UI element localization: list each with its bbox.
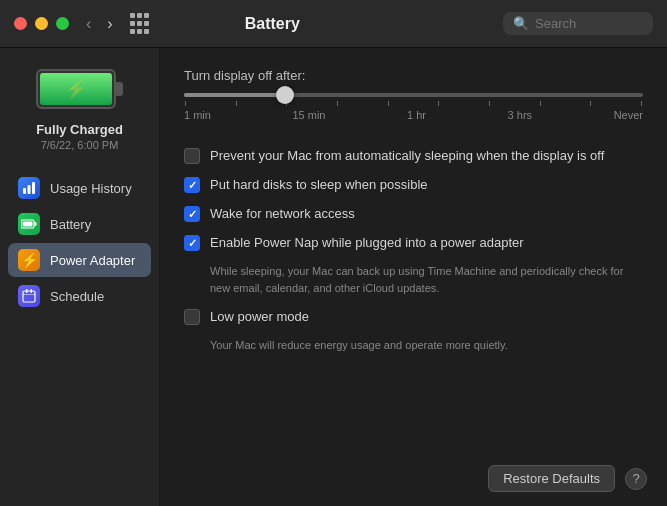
usage-history-icon [18, 177, 40, 199]
help-button[interactable]: ? [625, 468, 647, 490]
tick-7 [489, 101, 490, 106]
back-arrow[interactable]: ‹ [81, 13, 96, 35]
tick-4 [337, 101, 338, 106]
svg-rect-6 [32, 182, 35, 194]
window-title: Battery [162, 15, 383, 33]
tick-1 [185, 101, 186, 106]
battery-nav-label: Battery [50, 217, 91, 232]
setting-low-power: Low power mode Your Mac will reduce ener… [184, 302, 643, 360]
bottom-bar: Restore Defaults ? [488, 465, 647, 492]
setting-disk-sleep: Put hard disks to sleep when possible [184, 170, 643, 199]
forward-arrow[interactable]: › [102, 13, 117, 35]
sidebar: ⚡ Fully Charged 7/6/22, 6:00 PM Usage Hi… [0, 48, 160, 506]
setting-power-nap-description: While sleeping, your Mac can back up usi… [210, 263, 643, 296]
main-content: Turn display off after: [160, 48, 667, 506]
tick-10 [641, 101, 642, 106]
slider-thumb[interactable] [276, 86, 294, 104]
svg-rect-13 [23, 294, 35, 295]
restore-defaults-button[interactable]: Restore Defaults [488, 465, 615, 492]
setting-disk-sleep-label: Put hard disks to sleep when possible [210, 177, 428, 192]
sidebar-item-battery[interactable]: Battery [8, 207, 151, 241]
battery-status: ⚡ Fully Charged 7/6/22, 6:00 PM [35, 64, 125, 151]
svg-rect-12 [31, 289, 33, 293]
usage-history-label: Usage History [50, 181, 132, 196]
svg-rect-9 [23, 222, 33, 227]
setting-disk-sleep-main: Put hard disks to sleep when possible [184, 176, 428, 193]
layout: ⚡ Fully Charged 7/6/22, 6:00 PM Usage Hi… [0, 48, 667, 506]
search-input[interactable] [535, 16, 643, 31]
setting-auto-sleep-main: Prevent your Mac from automatically slee… [184, 147, 604, 164]
slider-filled [184, 93, 285, 97]
battery-date-label: 7/6/22, 6:00 PM [41, 139, 119, 151]
checkbox-network-access[interactable] [184, 206, 200, 222]
slider-track-container [184, 93, 643, 97]
sidebar-item-usage-history[interactable]: Usage History [8, 171, 151, 205]
settings-list: Prevent your Mac from automatically slee… [184, 141, 643, 360]
sidebar-item-schedule[interactable]: Schedule [8, 279, 151, 313]
minimize-button[interactable] [35, 17, 48, 30]
svg-rect-4 [23, 188, 26, 194]
titlebar: ‹ › Battery 🔍 [0, 0, 667, 48]
slider-label: Turn display off after: [184, 68, 643, 83]
search-box: 🔍 [503, 12, 653, 35]
checkbox-low-power[interactable] [184, 309, 200, 325]
svg-rect-11 [26, 289, 28, 293]
power-adapter-label: Power Adapter [50, 253, 135, 268]
slider-label-1hr: 1 hr [407, 109, 426, 121]
schedule-label: Schedule [50, 289, 104, 304]
tick-8 [540, 101, 541, 106]
setting-low-power-description: Your Mac will reduce energy usage and op… [210, 337, 508, 354]
svg-rect-5 [28, 185, 31, 194]
setting-power-nap-main: Enable Power Nap while plugged into a po… [184, 234, 524, 251]
maximize-button[interactable] [56, 17, 69, 30]
tick-5 [388, 101, 389, 106]
tick-9 [590, 101, 591, 106]
sidebar-nav: Usage History Battery ⚡ Power Adapt [0, 171, 159, 315]
slider-label-1min: 1 min [184, 109, 211, 121]
slider-label-never: Never [614, 109, 643, 121]
traffic-lights [14, 17, 69, 30]
slider-ticks [184, 101, 643, 106]
tick-6 [438, 101, 439, 106]
setting-network-access: Wake for network access [184, 199, 643, 228]
setting-auto-sleep-label: Prevent your Mac from automatically slee… [210, 148, 604, 163]
grid-icon[interactable] [130, 13, 152, 35]
setting-power-nap-label: Enable Power Nap while plugged into a po… [210, 235, 524, 250]
slider-labels: 1 min 15 min 1 hr 3 hrs Never [184, 109, 643, 121]
close-button[interactable] [14, 17, 27, 30]
svg-rect-1 [115, 82, 123, 96]
svg-rect-8 [35, 222, 37, 226]
setting-low-power-main: Low power mode [184, 308, 309, 325]
svg-rect-10 [23, 291, 35, 302]
slider-label-3hrs: 3 hrs [508, 109, 532, 121]
sidebar-item-power-adapter[interactable]: ⚡ Power Adapter [8, 243, 151, 277]
search-icon: 🔍 [513, 16, 529, 31]
setting-low-power-label: Low power mode [210, 309, 309, 324]
tick-2 [236, 101, 237, 106]
slider-track[interactable] [184, 93, 643, 97]
slider-section: Turn display off after: [184, 68, 643, 121]
checkbox-auto-sleep[interactable] [184, 148, 200, 164]
checkbox-disk-sleep[interactable] [184, 177, 200, 193]
battery-charge-label: Fully Charged [36, 122, 123, 137]
setting-auto-sleep: Prevent your Mac from automatically slee… [184, 141, 643, 170]
power-adapter-icon: ⚡ [18, 249, 40, 271]
setting-power-nap: Enable Power Nap while plugged into a po… [184, 228, 643, 302]
battery-icon: ⚡ [35, 64, 125, 114]
nav-arrows: ‹ › [81, 13, 118, 35]
svg-text:⚡: ⚡ [65, 78, 88, 100]
schedule-icon [18, 285, 40, 307]
checkbox-power-nap[interactable] [184, 235, 200, 251]
battery-nav-icon [18, 213, 40, 235]
slider-label-15min: 15 min [292, 109, 325, 121]
setting-network-access-label: Wake for network access [210, 206, 355, 221]
setting-network-access-main: Wake for network access [184, 205, 355, 222]
